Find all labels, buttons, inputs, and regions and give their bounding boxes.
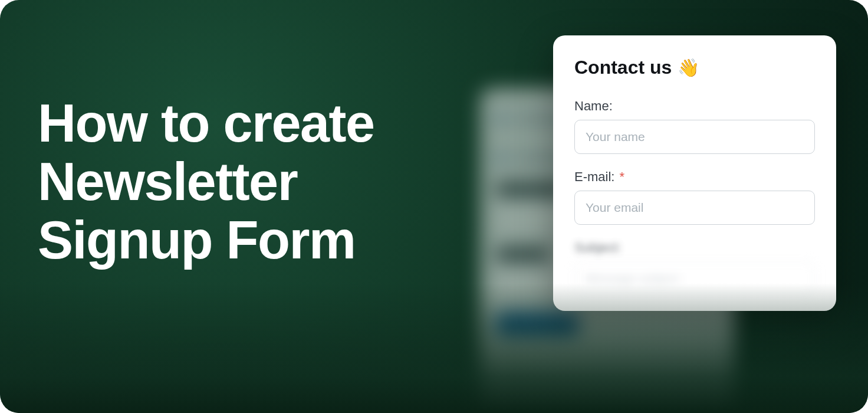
email-label: E-mail: * (574, 169, 815, 185)
subject-label: Subject: (574, 240, 815, 255)
page-title: How to create Newsletter Signup Form (38, 94, 486, 270)
form-title: Contact us 👋 (574, 57, 815, 78)
field-email: E-mail: * (574, 169, 815, 225)
email-label-text: E-mail: (574, 169, 614, 184)
email-input[interactable] (574, 191, 815, 225)
required-mark: * (620, 169, 625, 184)
subject-input[interactable] (574, 261, 815, 296)
field-name: Name: (574, 99, 815, 154)
field-subject: Subject: (574, 240, 815, 296)
name-input[interactable] (574, 120, 815, 154)
form-title-text: Contact us (574, 57, 672, 78)
title-line-2: Newsletter (38, 152, 297, 211)
title-line-3: Signup Form (38, 211, 355, 270)
contact-form-card: Contact us 👋 Name: E-mail: * Subject: (553, 35, 836, 311)
name-label: Name: (574, 99, 815, 114)
wave-icon: 👋 (678, 57, 699, 78)
hero-banner: How to create Newsletter Signup Form Con… (0, 0, 868, 413)
title-line-1: How to create (38, 94, 374, 153)
